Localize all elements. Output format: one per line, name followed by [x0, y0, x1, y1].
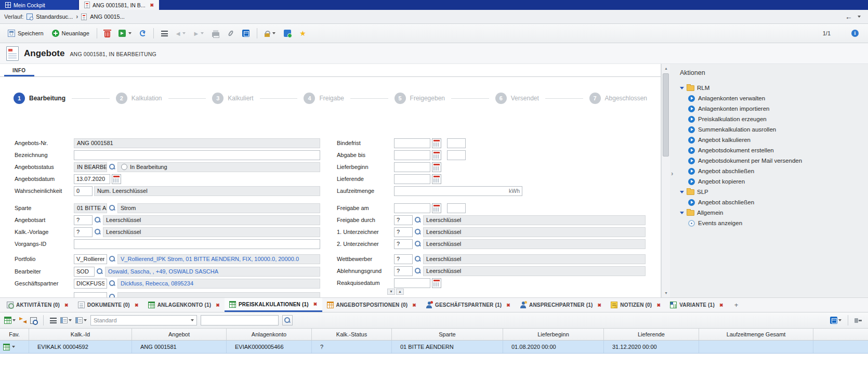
action-preiskalkulation-erzeugen[interactable]: Preiskalkulation erzeugen — [680, 114, 868, 124]
reakquisedatum-input[interactable] — [394, 278, 430, 288]
row-fav-cell[interactable] — [0, 341, 29, 353]
wahrscheinlichkeit-input[interactable] — [74, 186, 93, 196]
lookup-icon[interactable] — [94, 216, 101, 224]
tab-mein-cockpit[interactable]: Mein Cockpit — [0, 0, 78, 10]
geschaeftspartner-link[interactable]: Dickfuss, Rebecca, 0895234 — [121, 280, 193, 286]
close-icon[interactable] — [135, 303, 139, 308]
chevron-down-icon[interactable] — [201, 32, 204, 36]
column-header-lieferende[interactable]: Lieferende — [604, 329, 699, 340]
column-header-fav[interactable]: Fav. — [0, 329, 29, 340]
action-group-header-rlm[interactable]: RLM — [680, 83, 868, 93]
bindefrist-time-input[interactable] — [447, 138, 466, 148]
abgabe-bis-time-input[interactable] — [447, 150, 466, 160]
column-header-kalk-status[interactable]: Kalk.-Status — [312, 329, 392, 340]
grid-layout-button[interactable] — [60, 317, 72, 323]
tab-geschaeftspartner[interactable]: GESCHÄFTSPARTNER (1) — [421, 298, 515, 312]
lieferende-input[interactable] — [394, 174, 430, 184]
close-icon[interactable] — [150, 3, 154, 8]
tab-dokumente[interactable]: DOKUMENTE (0) — [73, 298, 143, 312]
menu-button[interactable] — [157, 27, 172, 40]
action-anlagenkonten-verwalten[interactable]: Anlagenkonten verwalten — [680, 93, 868, 103]
new-button[interactable]: Neuanlage — [48, 27, 93, 40]
nav-forward-button[interactable] — [190, 27, 207, 40]
chevron-down-icon[interactable] — [128, 32, 131, 36]
grid-search-input[interactable] — [201, 315, 279, 325]
close-icon[interactable] — [598, 303, 602, 308]
column-header-lieferbeginn[interactable]: Lieferbeginn — [503, 329, 604, 340]
tab-ansprechpartner[interactable]: ANSPRECHPARTNER (1) — [515, 298, 606, 312]
favorite-button[interactable] — [296, 27, 311, 40]
unterzeichner-1-input[interactable] — [394, 227, 413, 237]
lookup-icon[interactable] — [414, 240, 422, 247]
grid-fav-button[interactable] — [4, 317, 16, 324]
column-header-kalk-id[interactable]: Kalk.-Id — [29, 329, 132, 340]
chevron-down-icon[interactable] — [12, 319, 16, 323]
bearbeiter-link[interactable]: Oswald, Sascha, , +49, OSWALD SASCHA — [108, 268, 218, 275]
info-icon[interactable] — [851, 30, 859, 37]
pin-icon[interactable] — [854, 317, 862, 324]
lookup-icon[interactable] — [414, 228, 422, 236]
column-config-button[interactable] — [830, 317, 841, 324]
close-icon[interactable] — [216, 303, 220, 308]
print-button[interactable] — [208, 27, 223, 40]
actions-panel-toggle-icon[interactable] — [671, 170, 673, 177]
action-group-header-allgemein[interactable]: Allgemein — [680, 207, 868, 218]
kalk-vorlage-input[interactable] — [74, 227, 93, 237]
refresh-button[interactable] — [136, 27, 150, 40]
close-icon[interactable] — [656, 303, 661, 308]
tab-info[interactable]: INFO — [4, 65, 34, 76]
lookup-icon[interactable] — [94, 228, 101, 236]
delete-button[interactable] — [101, 27, 114, 40]
lookup-icon[interactable] — [109, 204, 116, 212]
action-angebotsdokument-mail[interactable]: Angebotsdokument per Mail versenden — [680, 155, 868, 166]
chevron-down-icon[interactable] — [272, 32, 275, 36]
scroll-down-icon[interactable] — [662, 289, 670, 297]
column-header-laufzeitmenge[interactable]: Laufzeitmenge Gesamt — [699, 329, 813, 340]
transfer-icon[interactable] — [19, 317, 27, 323]
radio-in-bearbeitung[interactable] — [121, 164, 127, 170]
action-angebot-kalkulieren[interactable]: Angebot kalkulieren — [680, 135, 868, 145]
scroll-up-icon[interactable] — [396, 289, 404, 295]
action-angebot-kopieren[interactable]: Angebot kopieren — [680, 176, 868, 187]
add-record-button[interactable] — [280, 27, 295, 40]
table-export-button[interactable] — [239, 27, 253, 40]
lookup-icon[interactable] — [96, 268, 103, 275]
tab-aktivitaeten[interactable]: AKTIVITÄTEN (0) — [2, 298, 73, 312]
abgabe-bis-input[interactable] — [394, 150, 430, 160]
back-icon[interactable] — [845, 12, 852, 21]
chevron-down-icon[interactable] — [12, 346, 15, 349]
action-angebotsdokument-erstellen[interactable]: Angebotsdokument erstellen — [680, 145, 868, 155]
chevron-down-icon[interactable] — [69, 319, 72, 323]
close-icon[interactable] — [506, 303, 510, 308]
lieferbeginn-input[interactable] — [394, 162, 430, 172]
wettbewerber-input[interactable] — [394, 254, 413, 264]
bearbeiter-input[interactable] — [74, 267, 95, 277]
geschaeftspartner-input[interactable] — [74, 279, 107, 289]
tab-variante[interactable]: VARIANTE (1) — [665, 298, 728, 312]
content-scrollbar[interactable] — [661, 64, 670, 297]
tab-anlagenkonto[interactable]: ANLAGENKONTO (1) — [143, 298, 225, 312]
lookup-icon[interactable] — [109, 293, 116, 297]
calendar-icon[interactable] — [432, 203, 441, 213]
calendar-icon[interactable] — [432, 278, 441, 288]
close-icon[interactable] — [313, 302, 318, 307]
action-anlagenkonten-importieren[interactable]: Anlagenkonten importieren — [680, 103, 868, 114]
angebotsart-input[interactable] — [74, 215, 93, 225]
lookup-icon[interactable] — [414, 216, 422, 224]
scroll-up-icon[interactable] — [662, 64, 670, 72]
calendar-icon[interactable] — [432, 174, 441, 184]
add-tab-button[interactable]: + — [728, 298, 745, 312]
calendar-icon[interactable] — [432, 162, 441, 172]
bezeichnung-input[interactable] — [74, 150, 320, 160]
lookup-icon[interactable] — [109, 255, 116, 263]
column-header-anlagenkonto[interactable]: Anlagenkonto — [227, 329, 312, 340]
freigabe-am-input[interactable] — [394, 203, 430, 213]
close-icon[interactable] — [412, 303, 416, 308]
portfolio-input[interactable] — [74, 254, 107, 264]
column-header-angebot[interactable]: Angebot — [132, 329, 227, 340]
angebotsdatum-input[interactable] — [74, 174, 110, 184]
column-header-sparte[interactable]: Sparte — [392, 329, 503, 340]
bindefrist-input[interactable] — [394, 138, 430, 148]
lookup-icon[interactable] — [109, 163, 116, 171]
action-angebot-abschliessen[interactable]: Angebot abschließen — [680, 166, 868, 176]
